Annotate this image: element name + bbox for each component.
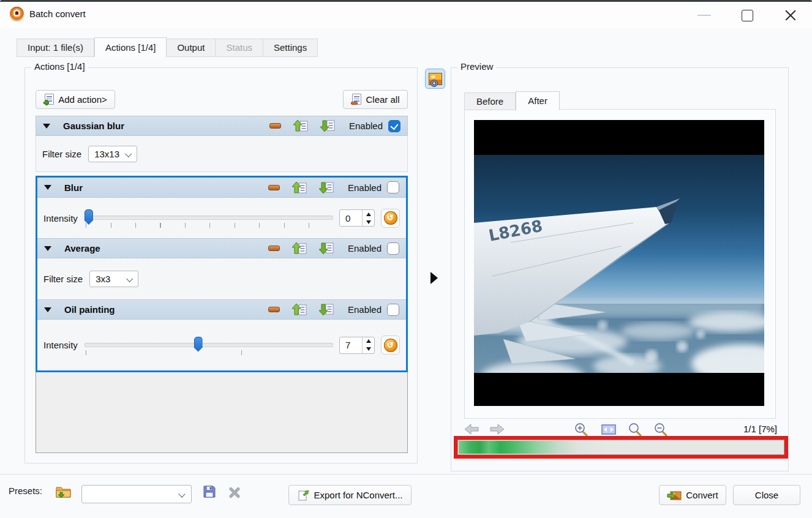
slider-track[interactable]: [85, 343, 333, 347]
save-preset-icon[interactable]: [202, 484, 217, 499]
action-header-oil-painting[interactable]: Oil painting: [37, 299, 406, 320]
enabled-label: Enabled: [348, 243, 382, 253]
action-row-gaussian-blur[interactable]: Gaussian blur Enabled: [36, 116, 408, 172]
remove-action-icon[interactable]: [268, 307, 280, 312]
enabled-label: Enabled: [349, 121, 383, 131]
remove-action-icon[interactable]: [269, 123, 281, 129]
splitter-collapse-icon[interactable]: [430, 272, 438, 284]
collapse-icon[interactable]: [44, 185, 51, 190]
filter-size-combobox[interactable]: 13x13: [88, 146, 137, 162]
zoom-out-icon[interactable]: [653, 422, 668, 437]
action-list-empty-area[interactable]: [36, 372, 408, 453]
move-up-icon[interactable]: [293, 119, 309, 132]
add-action-icon: [43, 94, 54, 105]
intensity-spinbox[interactable]: 0: [339, 209, 375, 227]
intensity-spinbox[interactable]: 7: [339, 337, 375, 354]
delete-preset-button[interactable]: [228, 486, 241, 498]
slider-tick: [241, 350, 242, 355]
remove-action-icon[interactable]: [268, 246, 280, 251]
add-action-button[interactable]: Add action>: [36, 90, 115, 109]
tab-actions[interactable]: Actions [1/4]: [94, 37, 167, 57]
enabled-checkbox[interactable]: [387, 304, 399, 316]
selected-actions-group: Blur: [36, 176, 408, 372]
collapse-icon[interactable]: [43, 124, 50, 129]
action-list: Gaussian blur Enabled: [36, 116, 408, 453]
close-button[interactable]: [777, 6, 804, 25]
open-preset-folder-icon[interactable]: [55, 484, 72, 500]
filter-size-label: Filter size: [42, 149, 81, 159]
move-up-icon[interactable]: [292, 303, 307, 316]
export-nconvert-button[interactable]: Export for NConvert...: [288, 485, 412, 505]
bottom-bar: Presets: Export for NConvert... Convert: [0, 474, 812, 518]
move-down-icon[interactable]: [319, 242, 334, 255]
action-header-blur[interactable]: Blur: [37, 178, 406, 198]
intensity-slider[interactable]: [85, 331, 333, 359]
previous-image-icon[interactable]: [464, 422, 479, 436]
next-image-icon[interactable]: [489, 422, 505, 436]
slider-track[interactable]: [85, 216, 333, 220]
move-down-icon[interactable]: [319, 181, 334, 194]
action-header-gaussian-blur[interactable]: Gaussian blur Enabled: [36, 116, 408, 136]
add-action-label: Add action>: [58, 94, 107, 105]
preview-toggle-button[interactable]: [425, 69, 445, 89]
tab-status: Status: [216, 39, 263, 57]
reset-icon: ↺: [384, 339, 397, 352]
reset-icon: ↺: [384, 211, 397, 225]
tab-after[interactable]: After: [516, 91, 560, 110]
move-down-icon[interactable]: [319, 303, 334, 316]
intensity-slider[interactable]: [85, 204, 333, 232]
tab-settings[interactable]: Settings: [263, 39, 318, 57]
reset-button[interactable]: ↺: [381, 336, 400, 355]
enabled-label: Enabled: [348, 182, 382, 193]
enabled-label: Enabled: [348, 304, 382, 315]
enabled-checkbox[interactable]: [388, 120, 400, 132]
app-icon: [10, 7, 24, 21]
zoom-in-icon[interactable]: [574, 422, 588, 437]
action-row-blur[interactable]: Blur: [37, 178, 406, 238]
export-label: Export for NConvert...: [314, 490, 402, 500]
actions-groupbox-title: Actions [1/4]: [31, 61, 88, 72]
zoom-original-icon[interactable]: [628, 422, 642, 437]
reset-button[interactable]: ↺: [381, 209, 400, 228]
clear-all-button[interactable]: Clear all: [343, 90, 408, 109]
filter-size-combobox[interactable]: 3x3: [89, 271, 138, 287]
enabled-checkbox[interactable]: [387, 242, 399, 255]
close-dialog-button[interactable]: Close: [733, 485, 800, 505]
action-title: Average: [64, 243, 100, 253]
action-row-average[interactable]: Average: [37, 238, 406, 299]
maximize-button[interactable]: [734, 6, 761, 25]
move-up-icon[interactable]: [292, 242, 307, 255]
enabled-checkbox[interactable]: [387, 181, 399, 193]
action-row-oil-painting[interactable]: Oil painting: [37, 299, 406, 370]
intensity-label: Intensity: [43, 340, 78, 350]
tab-before[interactable]: Before: [464, 92, 516, 110]
action-header-average[interactable]: Average: [37, 238, 406, 258]
collapse-icon[interactable]: [44, 246, 51, 251]
convert-button[interactable]: Convert: [659, 485, 726, 505]
spin-arrows[interactable]: [362, 337, 374, 353]
preview-tab-bar: Before After: [464, 91, 560, 110]
collapse-icon[interactable]: [44, 307, 51, 312]
spin-arrows[interactable]: [362, 210, 374, 226]
titlebar: Batch convert: [0, 2, 812, 28]
remove-action-icon[interactable]: [268, 185, 280, 190]
move-up-icon[interactable]: [292, 181, 307, 194]
action-title: Blur: [64, 182, 83, 193]
clear-all-label: Clear all: [366, 94, 399, 105]
progress-bar: [457, 440, 784, 455]
action-title: Oil painting: [64, 304, 115, 315]
delete-preset-icon: [228, 486, 241, 498]
progress-fill: [459, 441, 609, 454]
clear-all-icon: [351, 94, 361, 105]
preview-image[interactable]: L8268: [474, 120, 764, 406]
minimize-button[interactable]: [691, 6, 718, 25]
minimize-icon: [697, 15, 711, 16]
tab-output[interactable]: Output: [167, 39, 216, 57]
close-label: Close: [755, 490, 778, 500]
move-down-icon[interactable]: [320, 119, 336, 132]
presets-combobox[interactable]: [81, 485, 192, 503]
fit-to-window-icon[interactable]: [601, 422, 617, 437]
close-icon: [784, 9, 797, 21]
tab-input[interactable]: Input: 1 file(s): [17, 39, 94, 57]
slider-handle[interactable]: [194, 337, 203, 352]
